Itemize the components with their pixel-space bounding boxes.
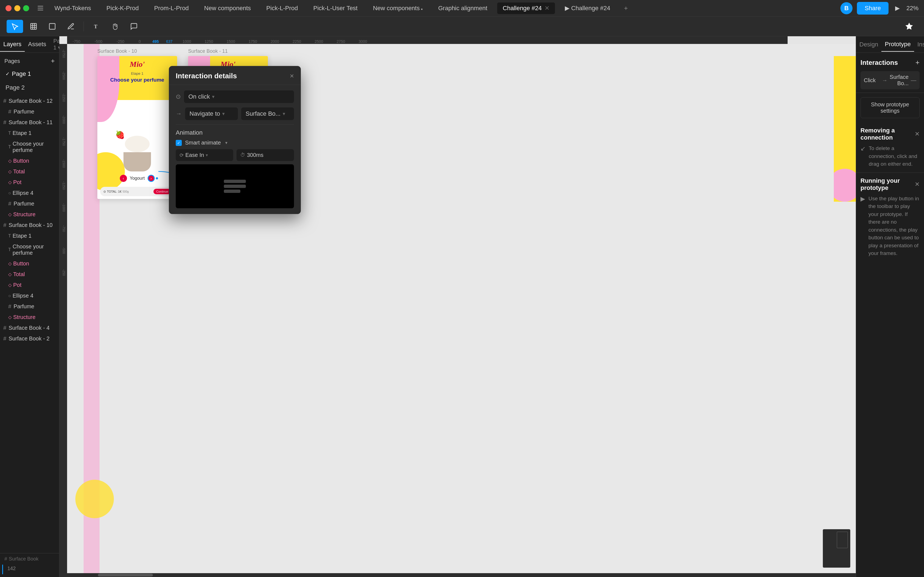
removing-title: Removing a connection [861, 127, 915, 141]
running-title: Running your prototype [861, 177, 915, 192]
frame10-logo: Mio' [130, 60, 145, 69]
preview-bar-2 [224, 185, 246, 188]
interaction-row[interactable]: Click → Surface Bo... — [861, 71, 919, 89]
ruler-mark: 0 [139, 39, 141, 44]
comment-tool[interactable] [126, 20, 142, 33]
shield-icon: ⊙ [103, 190, 106, 193]
tab-close-icon[interactable]: ✕ [544, 5, 549, 11]
pen-tool[interactable] [63, 20, 79, 33]
inspect-tab[interactable]: Inspect [914, 38, 924, 52]
component-icon: ◇ [8, 314, 11, 320]
layer-etape1-10[interactable]: T Etape 1 [0, 230, 59, 241]
layer-etape1-11[interactable]: T Etape 1 [0, 128, 59, 139]
layer-choose-perfume-11[interactable]: T Choose your perfume [0, 139, 59, 156]
maximize-traffic-light[interactable] [23, 5, 29, 11]
shape-tool[interactable] [44, 20, 60, 33]
smart-animate-row[interactable]: ✓ Smart animate ▾ [176, 140, 294, 146]
canvas[interactable]: -750 -500 -250 0 495 637 1000 1250 1500 … [60, 36, 856, 577]
tab-challenge-24-preview[interactable]: ▶Challenge #24 [559, 2, 616, 14]
close-traffic-light[interactable] [5, 5, 11, 11]
frame-tool[interactable] [25, 20, 42, 33]
layer-surface-book-4[interactable]: # Surface Book - 4 [0, 322, 59, 333]
app-grid-icon[interactable] [36, 4, 45, 12]
add-page-button[interactable]: + [51, 57, 55, 65]
smart-animate-checkbox[interactable]: ✓ [176, 140, 182, 146]
component-icon: ◇ [8, 169, 11, 174]
continue-btn[interactable]: Continue [153, 189, 171, 194]
ellipse-icon: ○ [8, 191, 11, 196]
tab-pick-l-prod[interactable]: Pick-L-Prod [261, 2, 303, 14]
layer-parfume-10[interactable]: # Parfume [0, 301, 59, 312]
layer-parfume-11[interactable]: # Parfume [0, 198, 59, 209]
layer-surface-book-2[interactable]: # Surface Book - 2 [0, 333, 59, 344]
remove-interaction-button[interactable]: — [911, 77, 916, 84]
page-item-1[interactable]: ✓ Page 1 [2, 67, 57, 81]
minimize-traffic-light[interactable] [14, 5, 20, 11]
tab-graphic-alignment[interactable]: Graphic alignment [433, 2, 493, 14]
layer-structure-11[interactable]: ◇ Structure [0, 209, 59, 220]
share-button[interactable]: Share [857, 2, 888, 15]
zoom-level[interactable]: 22% [906, 5, 919, 12]
tab-challenge-24-active[interactable]: Challenge #24 ✕ [497, 2, 555, 14]
interactions-title: Interactions [861, 59, 898, 66]
duration-label: 300ms [247, 152, 263, 158]
popup-close-button[interactable]: × [290, 72, 294, 80]
layer-surface-book-11[interactable]: # Surface Book - 11 [0, 117, 59, 128]
tab-wynd-tokens[interactable]: Wynd-Tokens [49, 2, 97, 14]
layer-surface-book-12[interactable]: # Surface Book - 12 [0, 96, 59, 106]
layer-pot-10[interactable]: ◇ Pot [0, 280, 59, 290]
tab-prom-l-prod[interactable]: Prom-L-Prod [149, 2, 194, 14]
next-btn-selected[interactable]: › [147, 175, 155, 182]
minimap [823, 529, 850, 568]
layer-pot-11[interactable]: ◇ Pot [0, 177, 59, 188]
action-field[interactable]: Navigate to ▾ [185, 108, 238, 120]
prev-btn[interactable]: ‹ [120, 175, 127, 182]
interaction-details-popup[interactable]: Interaction details × ⊙ On click ▾ [169, 66, 301, 214]
prototype-settings-button[interactable]: Show prototype settings [861, 97, 919, 118]
layer-button-11[interactable]: ◇ Button [0, 156, 59, 166]
layer-name: Surface Book - 12 [8, 98, 56, 104]
page-check-icon: ✓ [5, 71, 10, 77]
fill-icon[interactable] [901, 20, 918, 33]
ease-field[interactable]: ⟳ Ease In ▾ [176, 149, 233, 161]
layer-total-10[interactable]: ◇ Total [0, 269, 59, 280]
layer-name: Choose your perfume [13, 141, 56, 153]
layer-surface-book-10[interactable]: # Surface Book - 10 [0, 220, 59, 230]
svg-text:T: T [94, 24, 98, 29]
canvas-content[interactable]: Surface Book - 10 Mio' Etape 1 Choose yo… [67, 44, 856, 573]
horizontal-scrollbar[interactable] [60, 573, 856, 577]
layer-button-10[interactable]: ◇ Button [0, 258, 59, 269]
add-interaction-button[interactable]: + [916, 58, 919, 67]
running-close-button[interactable]: ✕ [915, 181, 919, 188]
layer-total-11[interactable]: ◇ Total [0, 166, 59, 177]
hand-tool[interactable] [107, 20, 123, 33]
layer-choose-perfume-10[interactable]: T Choose your perfume [0, 241, 59, 258]
assets-tab[interactable]: Assets [25, 37, 50, 52]
select-tool[interactable] [6, 20, 23, 33]
pages-label: Pages [5, 58, 20, 64]
tab-pick-l-user-test[interactable]: Pick-L-User Test [308, 2, 363, 14]
frame-10[interactable]: Mio' Etape 1 Choose your perfume 🍓 [97, 56, 177, 201]
connection-dot[interactable] [155, 176, 159, 180]
scrollbar-thumb[interactable] [98, 574, 153, 577]
play-button[interactable]: ▶ [893, 2, 902, 14]
trigger-field[interactable]: On click ▾ [184, 90, 294, 103]
tab-pick-k-prod[interactable]: Pick-K-Prod [101, 2, 144, 14]
layer-structure-10[interactable]: ◇ Structure [0, 312, 59, 322]
tab-new-components-2[interactable]: New components [367, 2, 428, 14]
layer-ellipse4-10[interactable]: ○ Ellipse 4 [0, 290, 59, 301]
nav-row-10[interactable]: ‹ Yogourt › [120, 175, 155, 182]
page-item-2[interactable]: Page 2 [2, 81, 57, 95]
layers-tab[interactable]: Layers [0, 37, 25, 52]
layer-ellipse4-11[interactable]: ○ Ellipse 4 [0, 188, 59, 198]
tab-add-button[interactable]: + [620, 2, 632, 14]
text-tool[interactable]: T [88, 20, 105, 33]
right-panel: Design Prototype Inspect Interactions + … [856, 36, 924, 577]
prototype-tab[interactable]: Prototype [881, 37, 914, 52]
layer-parfume-12[interactable]: # Parfume [0, 106, 59, 117]
tab-new-components-1[interactable]: New components [199, 2, 256, 14]
removing-close-button[interactable]: ✕ [915, 131, 919, 138]
target-field[interactable]: Surface Bo... ▾ [241, 108, 294, 120]
design-tab[interactable]: Design [856, 38, 881, 52]
duration-field[interactable]: ⏱ 300ms [236, 149, 294, 161]
